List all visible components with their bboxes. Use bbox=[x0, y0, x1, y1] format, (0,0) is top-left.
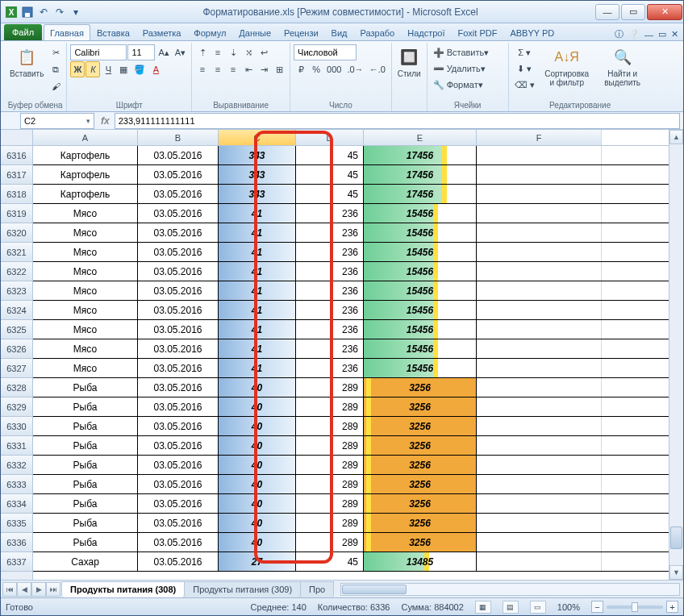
col-header-c[interactable]: C bbox=[219, 130, 296, 145]
cell[interactable]: 03.05.2016 bbox=[138, 262, 219, 281]
align-top-icon[interactable]: ⇡ bbox=[195, 44, 210, 60]
cell[interactable]: 03.05.2016 bbox=[138, 514, 219, 532]
bold-button[interactable]: Ж bbox=[70, 61, 85, 77]
sheet-first-icon[interactable]: ⏮ bbox=[2, 582, 17, 597]
cell[interactable]: 289 bbox=[296, 514, 364, 532]
tab-file[interactable]: Файл bbox=[4, 24, 42, 40]
cell[interactable]: 41 bbox=[219, 223, 296, 242]
cell[interactable]: 3256 bbox=[364, 533, 477, 551]
cell[interactable]: 3256 bbox=[364, 456, 477, 474]
row-header[interactable]: 6328 bbox=[1, 378, 32, 397]
cell[interactable]: 41 bbox=[219, 339, 296, 358]
cell[interactable] bbox=[477, 475, 602, 493]
cell[interactable]: Мясо bbox=[33, 204, 138, 223]
cell[interactable]: Картофель bbox=[33, 185, 138, 203]
cell[interactable] bbox=[477, 223, 602, 242]
cell[interactable]: 41 bbox=[219, 359, 296, 377]
cell[interactable]: 03.05.2016 bbox=[138, 475, 219, 493]
cell[interactable]: 03.05.2016 bbox=[138, 281, 219, 300]
cell[interactable]: Рыба bbox=[33, 494, 138, 513]
underline-button[interactable]: Ч bbox=[101, 61, 115, 77]
row-header[interactable]: 6337 bbox=[1, 552, 32, 572]
sheet-next-icon[interactable]: ▶ bbox=[31, 582, 46, 597]
col-header-f[interactable]: F bbox=[477, 130, 602, 145]
row-header[interactable]: 6320 bbox=[1, 223, 32, 243]
cell[interactable]: 236 bbox=[296, 359, 364, 377]
cell[interactable]: 289 bbox=[296, 494, 364, 513]
row-header[interactable]: 6336 bbox=[1, 533, 32, 552]
col-header-d[interactable]: D bbox=[296, 130, 364, 145]
cell[interactable] bbox=[477, 243, 602, 261]
cell[interactable]: 03.05.2016 bbox=[138, 146, 219, 164]
row-header[interactable]: 6316 bbox=[1, 146, 32, 165]
cell[interactable]: 41 bbox=[219, 320, 296, 339]
cell[interactable]: Рыба bbox=[33, 456, 138, 474]
row-header[interactable]: 6331 bbox=[1, 436, 32, 456]
cell[interactable]: 40 bbox=[219, 378, 296, 397]
cell[interactable]: 45 bbox=[296, 185, 364, 203]
cell[interactable]: 236 bbox=[296, 339, 364, 358]
autosum-icon[interactable]: Σ ▾ bbox=[512, 44, 537, 60]
cell[interactable]: Мясо bbox=[33, 223, 138, 242]
row-header[interactable]: 6327 bbox=[1, 359, 32, 378]
cell[interactable] bbox=[477, 514, 602, 532]
cell[interactable]: 17456 bbox=[364, 185, 477, 203]
cell[interactable]: 40 bbox=[219, 456, 296, 474]
zoom-out-button[interactable]: − bbox=[591, 601, 603, 613]
cut-icon[interactable]: ✂ bbox=[48, 44, 63, 60]
cell[interactable]: 236 bbox=[296, 281, 364, 300]
font-size-combo[interactable]: 11 bbox=[127, 44, 155, 60]
tab-abbyy[interactable]: ABBYY PD bbox=[503, 24, 561, 40]
cell[interactable]: 40 bbox=[219, 533, 296, 551]
cell[interactable]: 289 bbox=[296, 378, 364, 397]
cell[interactable]: Мясо bbox=[33, 262, 138, 281]
cell[interactable]: 343 bbox=[219, 165, 296, 184]
cell[interactable]: 17456 bbox=[364, 146, 477, 164]
merge-icon[interactable]: ⊞ bbox=[272, 61, 286, 77]
cell[interactable]: 41 bbox=[219, 243, 296, 261]
cell[interactable]: Рыба bbox=[33, 533, 138, 551]
cell[interactable]: Рыба bbox=[33, 514, 138, 532]
zoom-slider[interactable] bbox=[607, 606, 663, 609]
sort-filter-button[interactable]: A↓Я Сортировка и фильтр bbox=[540, 44, 594, 89]
cell[interactable]: 45 bbox=[296, 552, 364, 571]
cell[interactable]: 289 bbox=[296, 397, 364, 416]
row-header[interactable]: 6324 bbox=[1, 301, 32, 320]
cell[interactable]: 27 bbox=[219, 552, 296, 571]
cell[interactable]: 03.05.2016 bbox=[138, 397, 219, 416]
wrap-text-icon[interactable]: ↩ bbox=[256, 44, 271, 60]
mdi-minimize-icon[interactable]: — bbox=[644, 30, 653, 40]
decrease-decimal-icon[interactable]: ←.0 bbox=[367, 61, 388, 77]
cell[interactable]: 40 bbox=[219, 475, 296, 493]
cell[interactable]: 03.05.2016 bbox=[138, 359, 219, 377]
copy-icon[interactable]: ⧉ bbox=[48, 61, 63, 77]
cell[interactable] bbox=[477, 165, 602, 184]
tab-insert[interactable]: Вставка bbox=[90, 24, 136, 40]
mdi-close-icon[interactable]: ✕ bbox=[671, 29, 678, 40]
cell[interactable]: 3256 bbox=[364, 494, 477, 513]
cell[interactable]: Сахар bbox=[33, 552, 138, 571]
row-header[interactable]: 6329 bbox=[1, 397, 32, 417]
zoom-knob[interactable] bbox=[632, 602, 638, 612]
cell[interactable] bbox=[477, 320, 602, 339]
name-box[interactable]: C2 ▾ bbox=[20, 113, 94, 129]
fx-icon[interactable]: fx bbox=[101, 115, 110, 127]
scroll-track[interactable] bbox=[669, 144, 683, 565]
zoom-in-button[interactable]: + bbox=[666, 601, 678, 613]
name-box-dropdown-icon[interactable]: ▾ bbox=[86, 117, 90, 125]
fill-color-icon[interactable]: 🪣 bbox=[131, 61, 148, 77]
cell[interactable] bbox=[477, 397, 602, 416]
col-header-b[interactable]: B bbox=[138, 130, 219, 145]
border-icon[interactable]: ▦ bbox=[116, 61, 131, 77]
tab-layout[interactable]: Разметка bbox=[136, 24, 188, 40]
cell[interactable]: 13485 bbox=[364, 552, 477, 571]
row-header[interactable]: 6333 bbox=[1, 475, 32, 494]
tab-foxit[interactable]: Foxit PDF bbox=[452, 24, 504, 40]
sheet-tab-active[interactable]: Продукты питания (308) bbox=[61, 581, 185, 597]
cell[interactable]: 3256 bbox=[364, 417, 477, 435]
cell[interactable]: 15456 bbox=[364, 320, 477, 339]
cell[interactable]: Рыба bbox=[33, 417, 138, 435]
cell[interactable]: 03.05.2016 bbox=[138, 223, 219, 242]
cell[interactable]: 45 bbox=[296, 165, 364, 184]
cell[interactable]: 236 bbox=[296, 223, 364, 242]
